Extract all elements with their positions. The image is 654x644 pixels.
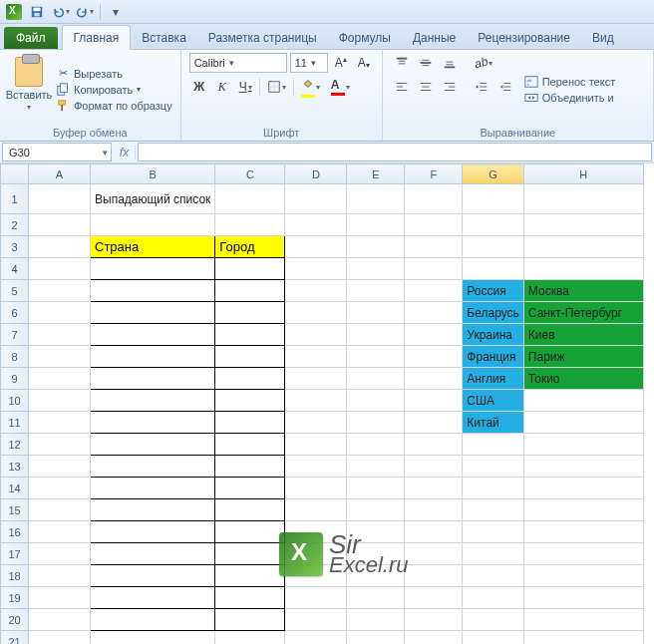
cell-H15[interactable] bbox=[523, 499, 643, 521]
cell-C5[interactable] bbox=[215, 280, 285, 302]
bold-button[interactable]: Ж bbox=[189, 77, 209, 97]
cell-G4[interactable] bbox=[463, 258, 523, 280]
fill-color-button[interactable] bbox=[297, 77, 324, 97]
borders-button[interactable] bbox=[263, 77, 290, 97]
cell-A7[interactable] bbox=[29, 324, 91, 346]
cell-F1[interactable] bbox=[405, 184, 463, 214]
col-header-H[interactable]: H bbox=[523, 164, 643, 184]
cell-B4[interactable] bbox=[91, 258, 215, 280]
merge-button[interactable]: Объединить и bbox=[524, 91, 616, 105]
cell-A3[interactable] bbox=[29, 236, 91, 258]
cell-A11[interactable] bbox=[29, 412, 91, 434]
cell-C1[interactable] bbox=[215, 184, 285, 214]
cell-A14[interactable] bbox=[29, 478, 91, 499]
underline-button[interactable]: Ч bbox=[235, 77, 256, 97]
cell-F2[interactable] bbox=[405, 214, 463, 236]
cell-A20[interactable] bbox=[29, 609, 91, 631]
col-header-E[interactable]: E bbox=[347, 164, 405, 184]
col-header-F[interactable]: F bbox=[405, 164, 463, 184]
tab-data[interactable]: Данные bbox=[402, 26, 467, 49]
cell-B13[interactable] bbox=[91, 456, 215, 478]
cell-C14[interactable] bbox=[215, 478, 285, 499]
cell-D7[interactable] bbox=[285, 324, 347, 346]
cell-B8[interactable] bbox=[91, 346, 215, 368]
cell-F20[interactable] bbox=[405, 609, 463, 631]
cell-H19[interactable] bbox=[523, 587, 643, 609]
cut-button[interactable]: ✂ Вырезать bbox=[56, 67, 172, 81]
cell-H20[interactable] bbox=[523, 609, 643, 631]
row-header-17[interactable]: 17 bbox=[1, 543, 29, 565]
cell-E15[interactable] bbox=[347, 499, 405, 521]
cell-D15[interactable] bbox=[285, 499, 347, 521]
col-header-D[interactable]: D bbox=[285, 164, 347, 184]
cell-D19[interactable] bbox=[285, 587, 347, 609]
cell-A18[interactable] bbox=[29, 565, 91, 587]
tab-home[interactable]: Главная bbox=[62, 25, 132, 50]
cell-E19[interactable] bbox=[347, 587, 405, 609]
row-header-12[interactable]: 12 bbox=[1, 434, 29, 456]
cell-A12[interactable] bbox=[29, 434, 91, 456]
col-header-C[interactable]: C bbox=[215, 164, 285, 184]
cell-G5[interactable]: Россия bbox=[463, 280, 523, 302]
cell-C18[interactable] bbox=[215, 565, 285, 587]
cell-C6[interactable] bbox=[215, 302, 285, 324]
cell-E10[interactable] bbox=[347, 390, 405, 412]
cell-D6[interactable] bbox=[285, 302, 347, 324]
cell-G17[interactable] bbox=[463, 543, 523, 565]
cell-B18[interactable] bbox=[91, 565, 215, 587]
cell-H7[interactable]: Киев bbox=[523, 324, 643, 346]
grow-font-button[interactable]: A▴ bbox=[331, 53, 351, 73]
cell-E5[interactable] bbox=[347, 280, 405, 302]
cell-D10[interactable] bbox=[285, 390, 347, 412]
cell-C16[interactable] bbox=[215, 521, 285, 543]
cell-B19[interactable] bbox=[91, 587, 215, 609]
row-header-10[interactable]: 10 bbox=[1, 390, 29, 412]
cell-C12[interactable] bbox=[215, 434, 285, 456]
cell-F11[interactable] bbox=[405, 412, 463, 434]
cell-E14[interactable] bbox=[347, 478, 405, 499]
cell-G21[interactable] bbox=[463, 631, 523, 645]
cell-C15[interactable] bbox=[215, 499, 285, 521]
cell-F17[interactable] bbox=[405, 543, 463, 565]
cell-A9[interactable] bbox=[29, 368, 91, 390]
cell-F6[interactable] bbox=[405, 302, 463, 324]
cell-E20[interactable] bbox=[347, 609, 405, 631]
italic-button[interactable]: К bbox=[212, 77, 232, 97]
cell-F8[interactable] bbox=[405, 346, 463, 368]
row-header-2[interactable]: 2 bbox=[1, 214, 29, 236]
align-right-button[interactable] bbox=[439, 77, 461, 97]
cell-C20[interactable] bbox=[215, 609, 285, 631]
cell-G12[interactable] bbox=[463, 434, 523, 456]
cell-G19[interactable] bbox=[463, 587, 523, 609]
cell-G2[interactable] bbox=[463, 214, 523, 236]
cell-G7[interactable]: Украина bbox=[463, 324, 523, 346]
cell-D2[interactable] bbox=[285, 214, 347, 236]
cell-B21[interactable] bbox=[91, 631, 215, 645]
cell-E21[interactable] bbox=[347, 631, 405, 645]
cell-E6[interactable] bbox=[347, 302, 405, 324]
cell-F4[interactable] bbox=[405, 258, 463, 280]
cell-H9[interactable]: Токио bbox=[523, 368, 643, 390]
select-all-corner[interactable] bbox=[1, 164, 29, 184]
row-header-4[interactable]: 4 bbox=[1, 258, 29, 280]
copy-button[interactable]: Копировать ▾ bbox=[56, 83, 172, 97]
col-header-B[interactable]: B bbox=[91, 164, 215, 184]
cell-G1[interactable] bbox=[463, 184, 523, 214]
row-header-13[interactable]: 13 bbox=[1, 456, 29, 478]
cell-G3[interactable] bbox=[463, 236, 523, 258]
row-header-3[interactable]: 3 bbox=[1, 236, 29, 258]
cell-F14[interactable] bbox=[405, 478, 463, 499]
cell-A6[interactable] bbox=[29, 302, 91, 324]
cell-H14[interactable] bbox=[523, 478, 643, 499]
cell-H13[interactable] bbox=[523, 456, 643, 478]
cell-C9[interactable] bbox=[215, 368, 285, 390]
cell-C17[interactable] bbox=[215, 543, 285, 565]
cell-D8[interactable] bbox=[285, 346, 347, 368]
cell-G20[interactable] bbox=[463, 609, 523, 631]
cell-H12[interactable] bbox=[523, 434, 643, 456]
cell-F13[interactable] bbox=[405, 456, 463, 478]
align-center-button[interactable] bbox=[415, 77, 437, 97]
row-header-18[interactable]: 18 bbox=[1, 565, 29, 587]
cell-D3[interactable] bbox=[285, 236, 347, 258]
increase-indent-button[interactable] bbox=[494, 77, 516, 97]
